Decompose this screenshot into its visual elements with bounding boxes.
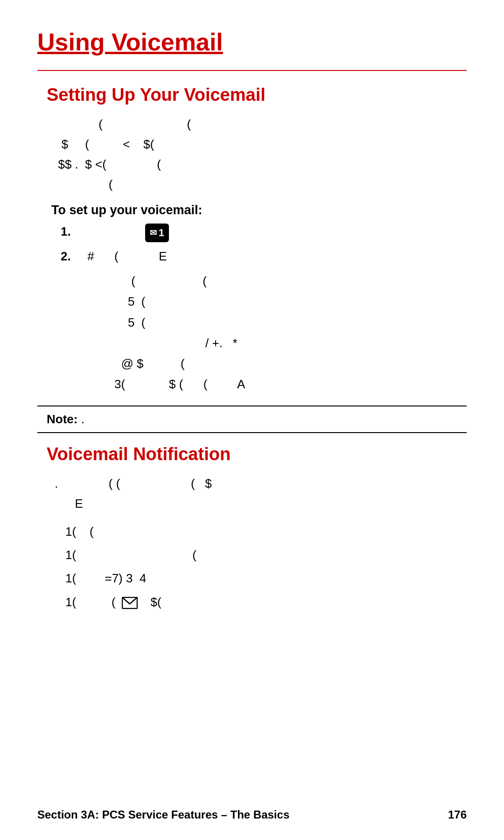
notif-1-prefix: 1( ( bbox=[65, 521, 98, 542]
envelope-icon: ✉ bbox=[150, 226, 157, 240]
section1-title: Setting Up Your Voicemail bbox=[37, 85, 467, 105]
section2-intro: . ( ( ( $ E bbox=[37, 474, 467, 514]
instruction-label: To set up your voicemail: bbox=[37, 203, 467, 217]
section-setup: Setting Up Your Voicemail ( ( $ ( < $( $… bbox=[37, 85, 467, 394]
step-2: 2. # ( E bbox=[61, 247, 467, 266]
footer-right: 176 bbox=[448, 808, 467, 821]
notif-item-2: 1( ( bbox=[65, 545, 467, 565]
intro-line-1: ( ( bbox=[51, 114, 467, 134]
page-footer: Section 3A: PCS Service Features – The B… bbox=[37, 808, 467, 821]
footer-left: Section 3A: PCS Service Features – The B… bbox=[37, 808, 289, 821]
note-text: . bbox=[81, 412, 84, 426]
sub-line-3: 5 ( bbox=[84, 312, 467, 333]
step-2-content: # ( E bbox=[84, 247, 467, 266]
sub-line-5: @ $ ( bbox=[84, 353, 467, 374]
note-label: Note: bbox=[47, 412, 77, 426]
intro-block: ( ( $ ( < $( $$ . $ <( ( ( bbox=[37, 114, 467, 195]
voicemail-badge: ✉ 1 bbox=[145, 224, 169, 242]
step-1-content: ✉ 1 bbox=[84, 222, 467, 242]
notif-intro-2: E bbox=[51, 494, 467, 514]
page-container: Using Voicemail Setting Up Your Voicemai… bbox=[0, 0, 504, 661]
notif-4-content: ( $( bbox=[98, 592, 161, 612]
note-box: Note: . bbox=[37, 406, 467, 433]
notif-4-prefix: 1( bbox=[65, 592, 98, 612]
step2-sub-lines: ( ( 5 ( 5 ( / +. * bbox=[61, 271, 467, 394]
steps-container: 1. ✉ 1 2. # ( E bbox=[37, 222, 467, 395]
notif-item-3: 1( =7) 3 4 bbox=[65, 568, 467, 588]
notif-item-1: 1( ( bbox=[65, 521, 467, 542]
sub-line-4: / +. * bbox=[84, 333, 467, 353]
notif-item-4: 1( ( $( bbox=[65, 592, 467, 612]
section-notification: Voicemail Notification . ( ( ( $ E 1( ( … bbox=[37, 444, 467, 612]
sub-line-2: 5 ( bbox=[84, 291, 467, 312]
intro-line-4: ( bbox=[51, 175, 467, 195]
intro-line-2: $ ( < $( bbox=[51, 134, 467, 154]
sub-line-1: ( ( bbox=[84, 271, 467, 291]
step-1-num: 1. bbox=[61, 222, 84, 242]
notification-list: 1( ( 1( ( 1( =7) 3 4 1( bbox=[37, 521, 467, 612]
step-2-num: 2. bbox=[61, 247, 84, 266]
notif-intro-1: . ( ( ( $ bbox=[51, 474, 467, 494]
notif-2-prefix: 1( bbox=[65, 545, 98, 565]
step-1: 1. ✉ 1 bbox=[61, 222, 467, 242]
main-title: Using Voicemail bbox=[37, 28, 467, 56]
notif-3-prefix: 1( bbox=[65, 568, 98, 588]
sub-line-6: 3( $ ( ( A bbox=[84, 374, 467, 394]
intro-line-3: $$ . $ <( ( bbox=[51, 154, 467, 175]
section2-title: Voicemail Notification bbox=[37, 444, 467, 464]
badge-number: 1 bbox=[159, 224, 164, 241]
mail-icon bbox=[122, 597, 138, 609]
notif-3-content: =7) 3 4 bbox=[98, 568, 146, 588]
notif-2-content: ( bbox=[98, 545, 196, 565]
title-section: Using Voicemail bbox=[37, 28, 467, 71]
